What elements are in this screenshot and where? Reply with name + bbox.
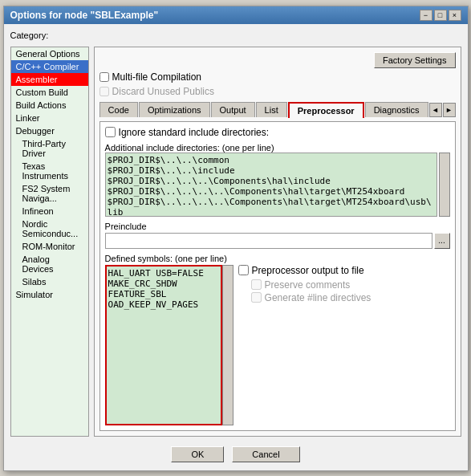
tab-nav: ◄ ► <box>429 103 456 117</box>
discard-row: Discard Unused Publics <box>99 86 456 97</box>
defined-label: Defined symbols: (one per line) <box>105 254 450 263</box>
include-textarea[interactable] <box>105 153 437 217</box>
category-label: Category: <box>10 31 461 40</box>
multifile-label: Multi-file Compilation <box>112 71 201 83</box>
options-dialog: Options for node "SBLExample" − □ × Cate… <box>3 6 469 471</box>
sidebar-item-analog[interactable]: Analog Devices <box>11 253 88 275</box>
sidebar-item-build[interactable]: Build Actions <box>11 99 88 112</box>
tab-code[interactable]: Code <box>99 102 138 117</box>
tab-list[interactable]: List <box>256 102 287 117</box>
defined-textarea[interactable] <box>105 265 222 425</box>
defined-left <box>105 265 233 425</box>
ignore-checkbox[interactable] <box>105 127 116 137</box>
sidebar-item-rommonitor[interactable]: ROM-Monitor <box>11 240 88 253</box>
defined-bottom: Preprocessor output to file Preserve com… <box>105 265 450 425</box>
multifile-row: Multi-file Compilation <box>99 71 456 83</box>
sidebar-item-thirdparty[interactable]: Third-Party Driver <box>11 137 88 160</box>
sidebar-item-infineon[interactable]: Infineon <box>11 205 88 218</box>
include-section: Additional include directories: (one per… <box>105 143 450 217</box>
cancel-button[interactable]: Cancel <box>232 446 299 462</box>
tab-prev-button[interactable]: ◄ <box>429 103 442 117</box>
sidebar-item-simulator[interactable]: Simulator <box>11 288 88 301</box>
sidebar-item-fs2[interactable]: FS2 System Naviga... <box>11 182 88 205</box>
tab-diagnostics[interactable]: Diagnostics <box>365 102 428 117</box>
defined-right: Preprocessor output to file Preserve com… <box>238 265 450 425</box>
include-area <box>105 153 450 217</box>
include-scrollbar[interactable] <box>439 153 450 217</box>
preserve-checkbox[interactable] <box>251 279 262 290</box>
sidebar-item-compiler[interactable]: C/C++ Compiler <box>11 60 88 73</box>
title-bar-buttons: − □ × <box>420 10 461 21</box>
maximize-button[interactable]: □ <box>434 10 447 21</box>
dialog-body: Category: General OptionsC/C++ CompilerA… <box>4 24 468 470</box>
tabs-row: CodeOptimizationsOutputListPreprocessorD… <box>99 102 456 118</box>
sidebar-item-general[interactable]: General Options <box>11 47 88 60</box>
title-bar: Options for node "SBLExample" − □ × <box>4 6 468 24</box>
sidebar-item-debugger[interactable]: Debugger <box>11 124 88 137</box>
bottom-row: OK Cancel <box>10 441 461 464</box>
output-checkbox-row: Preprocessor output to file <box>238 265 450 276</box>
generate-checkbox[interactable] <box>251 292 262 303</box>
preserve-row: Preserve comments <box>251 279 450 291</box>
output-sub: Preserve comments Generate #line directi… <box>251 279 450 303</box>
tab-output[interactable]: Output <box>211 102 255 117</box>
sidebar-item-assembler[interactable]: Assembler <box>11 73 88 86</box>
ok-button[interactable]: OK <box>171 446 224 462</box>
factory-settings-button[interactable]: Factory Settings <box>374 52 455 68</box>
preinclude-label: Preinclude <box>105 222 450 231</box>
discard-label: Discard Unused Publics <box>112 86 214 97</box>
preinclude-input[interactable] <box>105 233 432 249</box>
sidebar-item-linker[interactable]: Linker <box>11 112 88 124</box>
tab-preprocessor[interactable]: Preprocessor <box>288 102 364 118</box>
tab-opt[interactable]: Optimizations <box>139 102 210 117</box>
main-content: General OptionsC/C++ CompilerAssemblerCu… <box>10 47 461 437</box>
sidebar-item-custom[interactable]: Custom Build <box>11 86 88 99</box>
output-label: Preprocessor output to file <box>252 265 364 276</box>
dialog-title: Options for node "SBLExample" <box>10 10 159 21</box>
ignore-row: Ignore standard include directories: <box>105 127 450 138</box>
generate-row: Generate #line directives <box>251 292 450 303</box>
sidebar-item-nordic[interactable]: Nordic Semiconduc... <box>11 218 88 240</box>
close-button[interactable]: × <box>449 10 461 21</box>
minimize-button[interactable]: − <box>420 10 432 21</box>
defined-scrollbar[interactable] <box>222 265 233 425</box>
category-list: General OptionsC/C++ CompilerAssemblerCu… <box>10 47 89 437</box>
include-label: Additional include directories: (one per… <box>105 143 450 153</box>
tab-next-button[interactable]: ► <box>443 103 456 117</box>
preinclude-browse-button[interactable]: ... <box>434 233 450 249</box>
right-panel: Factory Settings Multi-file Compilation … <box>94 47 461 437</box>
defined-section: Defined symbols: (one per line) <box>105 254 450 425</box>
generate-label: Generate #line directives <box>265 292 372 303</box>
preserve-label: Preserve comments <box>265 279 351 291</box>
discard-checkbox[interactable] <box>99 87 109 96</box>
sidebar-item-silabs[interactable]: Silabs <box>11 275 88 288</box>
panel-content: Ignore standard include directories: Add… <box>99 121 456 431</box>
output-checkbox[interactable] <box>238 265 249 275</box>
multifile-checkbox[interactable] <box>99 72 109 82</box>
preinclude-section: Preinclude ... <box>105 222 450 249</box>
ignore-label: Ignore standard include directories: <box>119 127 269 138</box>
preinclude-row: ... <box>105 233 450 249</box>
sidebar-item-texas[interactable]: Texas Instruments <box>11 160 88 182</box>
